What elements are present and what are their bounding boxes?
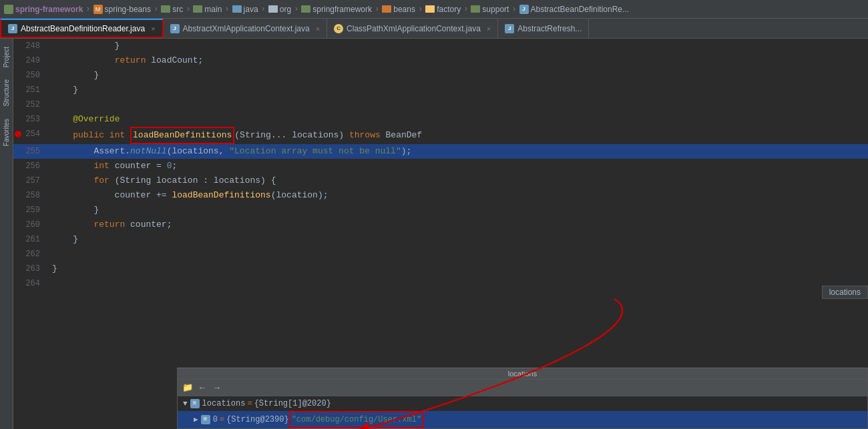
code-content-260: return counter; <box>47 218 868 232</box>
line-number-256: 256 <box>13 159 47 173</box>
tab-close-btn-3[interactable]: × <box>487 25 491 33</box>
sidebar-tab-project[interactable]: Project <box>1 41 11 73</box>
code-content-256: int counter = 0; <box>47 159 868 173</box>
debug-forward-btn[interactable]: → <box>211 382 223 394</box>
tab-label: AbstractBeanDefinitionReader.java <box>21 24 145 33</box>
line-number-254: 254 <box>13 127 47 141</box>
code-line-251: 251 } <box>13 83 868 97</box>
line-number-251: 251 <box>13 83 47 97</box>
line-number-250: 250 <box>13 68 47 83</box>
code-lines: 248 } 249 return loadCount; 250 } 251 } <box>13 39 868 291</box>
line-number-263: 263 <box>13 262 47 276</box>
code-line-249: 249 return loadCount; <box>13 53 868 68</box>
code-line-254: 254 public int loadBeanDefinitions(Strin… <box>13 127 868 144</box>
debug-folder-btn[interactable]: 📁 <box>182 382 194 394</box>
code-content-250: } <box>47 68 868 83</box>
tab-close-btn-2[interactable]: × <box>316 25 320 33</box>
debug-panel-title: locations <box>178 368 867 380</box>
var-icon-0: ≡ <box>201 415 210 424</box>
breadcrumb-java[interactable]: java <box>232 5 258 14</box>
debug-row-locations[interactable]: ▼ ≡ locations = {String[1]@2020} <box>178 396 867 411</box>
code-content-259: } <box>47 203 868 218</box>
debug-var-name-locations: locations <box>202 396 246 411</box>
line-number-249: 249 <box>13 53 47 68</box>
line-number-255: 255 <box>13 144 47 159</box>
java-file-icon: J <box>8 24 17 33</box>
code-line-259: 259 } <box>13 203 868 218</box>
code-line-253: 253 @Override <box>13 112 868 127</box>
tab-label-3: ClassPathXmlApplicationContext.java <box>347 24 481 33</box>
code-line-261: 261 } <box>13 232 868 247</box>
sidebar-tab-favorites[interactable]: Favorites <box>1 113 11 151</box>
line-number-257: 257 <box>13 173 47 188</box>
tab-classpath-xml-application-context[interactable]: C ClassPathXmlApplicationContext.java × <box>327 19 498 38</box>
breadcrumb: spring-framework › M spring-beans › src … <box>0 0 868 19</box>
debug-str-value-0: "com/debug/config/User.xml" <box>289 411 424 428</box>
breadcrumb-spring-framework[interactable]: spring-framework <box>4 5 83 14</box>
code-content-254: public int loadBeanDefinitions(String...… <box>47 127 868 144</box>
main-layout: Project Structure Favorites 248 } 249 re… <box>0 39 868 429</box>
code-content-249: return loadCount; <box>47 53 868 68</box>
tab-abstract-refresh[interactable]: J AbstractRefresh... <box>498 19 589 38</box>
tab-abstract-xml-application-context[interactable]: J AbstractXmlApplicationContext.java × <box>164 19 328 38</box>
code-editor[interactable]: 248 } 249 return loadCount; 250 } 251 } <box>13 39 868 429</box>
code-line-263: 263 } <box>13 262 868 276</box>
line-number-259: 259 <box>13 203 47 218</box>
debug-toolbar: 📁 ← → <box>178 380 867 396</box>
debug-content: ▼ ≡ locations = {String[1]@2020} ▶ ≡ 0 =… <box>178 396 867 428</box>
code-line-248: 248 } <box>13 39 868 53</box>
debug-back-btn[interactable]: ← <box>196 382 208 394</box>
breadcrumb-file[interactable]: J AbstractBeanDefinitionRe... <box>519 5 629 14</box>
left-sidebar: Project Structure Favorites <box>0 39 13 429</box>
tab-close-btn[interactable]: × <box>151 25 155 33</box>
code-content-262 <box>47 247 868 262</box>
breadcrumb-src[interactable]: src <box>161 5 183 14</box>
code-content-251: } <box>47 83 868 97</box>
debug-equals-0: = <box>220 412 224 427</box>
debug-value-0: {String@2390} <box>226 412 289 427</box>
method-highlight-box: loadBeanDefinitions <box>130 127 234 144</box>
code-line-250: 250 } <box>13 68 868 83</box>
line-number-253: 253 <box>13 112 47 127</box>
breadcrumb-spring-beans[interactable]: M spring-beans <box>93 5 151 14</box>
line-number-258: 258 <box>13 188 47 203</box>
line-number-261: 261 <box>13 232 47 247</box>
code-content-261: } <box>47 232 868 247</box>
tooltip-locations: locations <box>822 286 868 299</box>
code-line-255: 255 Assert.notNull(locations, "Location … <box>13 144 868 159</box>
code-content-257: for (String location : locations) { <box>47 173 868 188</box>
code-line-257: 257 for (String location : locations) { <box>13 173 868 188</box>
breadcrumb-main[interactable]: main <box>193 5 222 14</box>
code-line-252: 252 <box>13 97 868 112</box>
code-content-248: } <box>47 39 868 53</box>
code-line-256: 256 int counter = 0; <box>13 159 868 173</box>
class-file-icon: C <box>334 24 343 33</box>
code-line-258: 258 counter += loadBeanDefinitions(locat… <box>13 188 868 203</box>
line-number-262: 262 <box>13 247 47 262</box>
breadcrumb-org[interactable]: org <box>268 5 291 14</box>
code-content-258: counter += loadBeanDefinitions(location)… <box>47 188 868 203</box>
expand-arrow-locations[interactable]: ▼ <box>183 396 188 411</box>
code-line-260: 260 return counter; <box>13 218 868 232</box>
expand-arrow-0[interactable]: ▶ <box>194 412 198 427</box>
debug-value-locations: {String[1]@2020} <box>254 396 331 411</box>
var-icon-locations: ≡ <box>190 399 200 408</box>
code-line-262: 262 <box>13 247 868 262</box>
java-file-icon-2: J <box>170 24 180 33</box>
breadcrumb-support[interactable]: support <box>471 5 509 14</box>
sidebar-tab-structure[interactable]: Structure <box>1 74 11 112</box>
tab-abstract-bean-definition-reader[interactable]: J AbstractBeanDefinitionReader.java × <box>0 19 164 38</box>
debug-breakpoint-dot[interactable] <box>15 131 21 137</box>
line-number-248: 248 <box>13 39 47 53</box>
debug-panel: locations 📁 ← → ▼ ≡ locations = {String[… <box>177 368 868 429</box>
code-content-264 <box>47 276 868 291</box>
tab-label-4: AbstractRefresh... <box>517 24 582 33</box>
code-content-255: Assert.notNull(locations, "Location arra… <box>47 144 868 159</box>
breadcrumb-factory[interactable]: factory <box>425 5 461 14</box>
tabs-bar: J AbstractBeanDefinitionReader.java × J … <box>0 19 868 39</box>
line-number-260: 260 <box>13 218 47 232</box>
tab-label-2: AbstractXmlApplicationContext.java <box>183 24 310 33</box>
breadcrumb-beans[interactable]: beans <box>382 5 415 14</box>
breadcrumb-springframework[interactable]: springframework <box>301 5 372 14</box>
debug-row-0[interactable]: ▶ ≡ 0 = {String@2390} "com/debug/config/… <box>178 411 867 428</box>
